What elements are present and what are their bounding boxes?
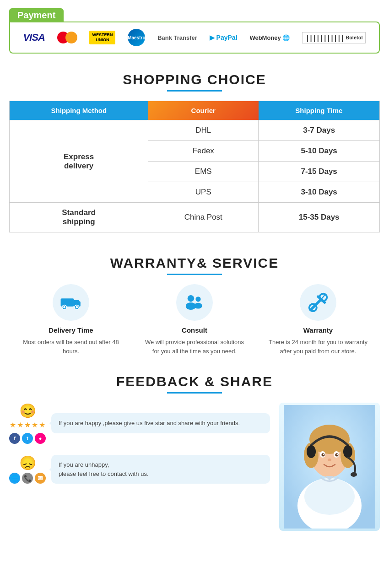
globe-icon[interactable]: 🌐	[9, 473, 20, 484]
feedback-title: FEEDBACK & SHARE	[9, 374, 380, 389]
boletol-logo: ||||||||||| Boletol	[302, 32, 366, 43]
unhappy-social-row: 🌐 📞 ✉	[9, 473, 46, 484]
standard-shipping-cell: Standardshipping	[10, 203, 148, 232]
mastercard-logo	[57, 32, 77, 43]
star-3: ★	[24, 421, 31, 429]
svg-point-6	[76, 306, 78, 308]
happy-smiley: 😊	[19, 403, 36, 419]
delivery-title: Delivery Time	[19, 326, 123, 334]
ems-time-cell: 7-15 Days	[259, 162, 380, 182]
chinapost-cell: China Post	[148, 203, 259, 232]
consult-text: We will provide professional solutions f…	[143, 338, 247, 356]
warranty-warranty-item: Warranty There is 24 month for you to wa…	[266, 284, 370, 356]
svg-point-30	[328, 459, 331, 461]
warranty-sub-title: Warranty	[266, 326, 370, 334]
western-union-logo: WESTERNUNION	[89, 31, 115, 44]
svg-point-9	[195, 297, 200, 302]
shopping-underline	[167, 90, 222, 92]
unhappy-smiley: 😞	[19, 455, 36, 471]
th-shipping-time: Shipping Time	[259, 101, 380, 120]
chinapost-time-cell: 15-35 Days	[259, 203, 380, 232]
th-shipping-method: Shipping Method	[10, 101, 148, 120]
truck-icon	[60, 291, 82, 313]
payment-title: Payment	[9, 8, 64, 22]
warranty-text: There is 24 month for you to warranty af…	[266, 338, 370, 356]
happy-icons-group: 😊 ★ ★ ★ ★ ★ f t ●	[9, 403, 46, 444]
ups-time-cell: 3-10 Days	[259, 182, 380, 203]
warranty-section: WARRANTY& SERVICE Delivery Time Most ord…	[0, 242, 389, 365]
svg-point-7	[188, 295, 194, 302]
feedback-happy-row: 😊 ★ ★ ★ ★ ★ f t ● If you are ha	[9, 403, 270, 444]
fedex-cell: Fedex	[148, 141, 259, 162]
delivery-icon-circle	[53, 284, 89, 321]
phone-icon[interactable]: 📞	[22, 473, 33, 484]
feedback-left: 😊 ★ ★ ★ ★ ★ f t ● If you are ha	[9, 403, 279, 495]
feedback-underline	[167, 392, 222, 394]
table-row: Standardshipping China Post 15-35 Days	[10, 203, 380, 232]
svg-point-18	[304, 478, 355, 515]
payment-section: Payment VISA WESTERNUNION Maestro Bank T…	[0, 0, 389, 58]
star-2: ★	[17, 421, 23, 429]
shipping-table: Shipping Method Courier Shipping Time Ex…	[9, 101, 380, 232]
warranty-title: WARRANTY& SERVICE	[9, 255, 380, 271]
delivery-text: Most orders will be send out after 48 ho…	[19, 338, 123, 356]
twitter-icon[interactable]: t	[22, 433, 33, 444]
people-icon	[184, 291, 205, 313]
svg-rect-0	[61, 298, 74, 307]
warranty-icons-row: Delivery Time Most orders will be send o…	[9, 284, 380, 356]
express-delivery-cell: Expressdelivery	[10, 120, 148, 203]
unhappy-icons-group: 😞 🌐 📞 ✉	[9, 455, 46, 484]
star-4: ★	[32, 421, 38, 429]
ems-cell: EMS	[148, 162, 259, 182]
svg-point-28	[323, 454, 324, 455]
svg-point-4	[63, 306, 65, 308]
svg-point-29	[337, 454, 338, 455]
star-1: ★	[10, 421, 16, 429]
warranty-icon-circle	[300, 284, 336, 321]
consult-title: Consult	[143, 326, 247, 334]
feedback-section: FEEDBACK & SHARE 😊 ★ ★ ★ ★ ★ f t	[0, 365, 389, 545]
webmoney-logo: WebMoney 🌐	[249, 34, 290, 41]
mail-icon[interactable]: ✉	[35, 473, 46, 484]
visa-logo: VISA	[23, 32, 44, 43]
svg-point-31	[307, 445, 316, 458]
table-row: Expressdelivery DHL 3-7 Days	[10, 120, 380, 141]
feedback-content: 😊 ★ ★ ★ ★ ★ f t ● If you are ha	[9, 403, 380, 531]
fedex-time-cell: 5-10 Days	[259, 141, 380, 162]
warranty-delivery-item: Delivery Time Most orders will be send o…	[19, 284, 123, 356]
feedback-unhappy-row: 😞 🌐 📞 ✉ If you are unhappy,please feel f…	[9, 455, 270, 484]
customer-service-image	[279, 403, 380, 531]
payment-box: VISA WESTERNUNION Maestro Bank Transfer …	[9, 22, 380, 54]
stars-row: ★ ★ ★ ★ ★	[10, 421, 45, 429]
ups-cell: UPS	[148, 182, 259, 203]
unhappy-text: If you are unhappy,please feel free to c…	[59, 461, 149, 477]
happy-speech-bubble: If you are happy ,please give us five st…	[51, 413, 270, 433]
happy-text: If you are happy ,please give us five st…	[59, 420, 240, 426]
customer-service-svg	[284, 405, 375, 529]
dhl-time-cell: 3-7 Days	[259, 120, 380, 141]
warranty-underline	[167, 274, 222, 275]
maestro-logo: Maestro	[128, 29, 145, 46]
th-courier: Courier	[148, 101, 259, 120]
tools-icon	[307, 291, 329, 313]
shopping-title: SHOPPING CHOICE	[9, 72, 380, 87]
flickr-icon[interactable]: ●	[35, 433, 46, 444]
consult-icon-circle	[176, 284, 213, 321]
svg-point-32	[343, 445, 352, 458]
warranty-consult-item: Consult We will provide professional sol…	[143, 284, 247, 356]
star-5: ★	[39, 421, 45, 429]
unhappy-speech-bubble: If you are unhappy,please feel free to c…	[51, 455, 270, 484]
feedback-right	[279, 403, 380, 531]
facebook-icon[interactable]: f	[9, 433, 20, 444]
svg-point-33	[351, 472, 357, 477]
paypal-logo: ▶ PayPal	[210, 34, 238, 41]
svg-point-10	[194, 303, 202, 309]
bank-transfer-logo: Bank Transfer	[157, 34, 197, 41]
shopping-section: SHOPPING CHOICE Shipping Method Courier …	[0, 58, 389, 242]
dhl-cell: DHL	[148, 120, 259, 141]
social-icons-row: f t ●	[9, 433, 46, 444]
